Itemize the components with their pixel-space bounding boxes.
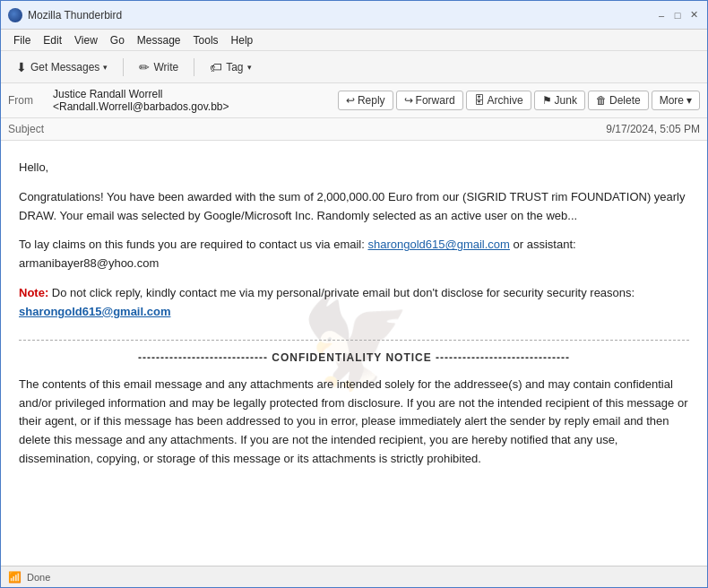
write-button[interactable]: ✏ Write [131, 56, 186, 78]
status-text: Done [27, 572, 50, 583]
get-messages-dropdown-icon[interactable]: ▾ [103, 63, 108, 72]
tag-icon: 🏷 [210, 60, 222, 74]
get-messages-button[interactable]: ⬇ Get Messages ▾ [8, 56, 116, 78]
window-title: Mozilla Thunderbird [28, 9, 122, 22]
title-bar-controls: – □ ✕ [655, 9, 700, 22]
more-button[interactable]: More ▾ [652, 91, 700, 110]
status-bar: 📶 Done [1, 566, 707, 587]
forward-icon: ↪ [404, 94, 413, 107]
thunderbird-icon [8, 8, 22, 22]
confidentiality-divider: ----------------------------- CONFIDENTI… [19, 350, 689, 367]
junk-button[interactable]: ⚑ Junk [534, 91, 585, 110]
note-email-link[interactable]: sharongold615@gmail.com [19, 305, 170, 318]
note-paragraph: Note: Do not click reply, kindly contact… [19, 284, 689, 322]
tag-dropdown-icon[interactable]: ▾ [247, 63, 252, 72]
toolbar-separator-1 [123, 58, 124, 76]
from-value: Justice Randall Worrell <Randall.Worrell… [53, 88, 331, 113]
paragraph1: Congratulations! You have been awarded w… [19, 188, 689, 226]
menu-message[interactable]: Message [132, 32, 186, 48]
reply-icon: ↩ [346, 94, 355, 107]
title-bar: Mozilla Thunderbird – □ ✕ [1, 1, 707, 30]
action-buttons: ↩ Reply ↪ Forward 🗄 Archive ⚑ Junk 🗑 Del… [338, 91, 700, 110]
menu-help[interactable]: Help [226, 32, 259, 48]
paragraph2: To lay claims on this funds you are requ… [19, 236, 689, 273]
greeting: Hello, [19, 159, 689, 177]
subject-label: Subject [8, 123, 44, 135]
paragraph2-middle: or assistant: [510, 238, 576, 251]
email-from-bar: From Justice Randall Worrell <Randall.Wo… [1, 83, 707, 118]
confidentiality-section: ----------------------------- CONFIDENTI… [19, 340, 689, 469]
menu-go[interactable]: Go [105, 32, 130, 48]
paragraph2-prefix: To lay claims on this funds you are requ… [19, 238, 367, 251]
email-link-1[interactable]: sharongold615@gmail.com [367, 238, 509, 251]
forward-button[interactable]: ↪ Forward [396, 91, 463, 110]
email-date: 9/17/2024, 5:05 PM [606, 123, 700, 135]
junk-icon: ⚑ [542, 94, 552, 107]
subject-bar: Subject 9/17/2024, 5:05 PM [1, 118, 707, 141]
from-label: From [8, 94, 46, 107]
menu-tools[interactable]: Tools [188, 32, 224, 48]
maximize-button[interactable]: □ [671, 9, 684, 22]
minimize-button[interactable]: – [655, 9, 668, 22]
more-dropdown-icon: ▾ [686, 94, 692, 107]
paragraph2-email2: armanibayer88@yhoo.com [19, 256, 159, 270]
archive-button[interactable]: 🗄 Archive [466, 91, 531, 110]
close-button[interactable]: ✕ [687, 9, 700, 22]
main-window: Mozilla Thunderbird – □ ✕ File Edit View… [0, 0, 708, 588]
menu-file[interactable]: File [8, 32, 36, 48]
note-label: Note: [19, 286, 48, 299]
note-text: Do not click reply, kindly contact me vi… [48, 286, 635, 299]
menu-view[interactable]: View [69, 32, 103, 48]
reply-button[interactable]: ↩ Reply [338, 91, 393, 110]
get-messages-icon: ⬇ [16, 60, 27, 74]
email-body: 🦅 Hello, Congratulations! You have been … [1, 141, 707, 566]
confidentiality-text: The contents of this email message and a… [19, 376, 689, 469]
menu-bar: File Edit View Go Message Tools Help [1, 30, 707, 51]
archive-icon: 🗄 [474, 94, 485, 107]
title-bar-left: Mozilla Thunderbird [8, 8, 122, 22]
delete-button[interactable]: 🗑 Delete [588, 91, 649, 110]
email-content: Hello, Congratulations! You have been aw… [19, 159, 689, 469]
toolbar: ⬇ Get Messages ▾ ✏ Write 🏷 Tag ▾ [1, 51, 707, 83]
tag-button[interactable]: 🏷 Tag ▾ [202, 56, 259, 78]
delete-icon: 🗑 [596, 94, 607, 107]
wifi-icon: 📶 [8, 571, 22, 584]
toolbar-separator-2 [194, 58, 194, 76]
write-icon: ✏ [139, 60, 150, 74]
menu-edit[interactable]: Edit [38, 32, 67, 48]
